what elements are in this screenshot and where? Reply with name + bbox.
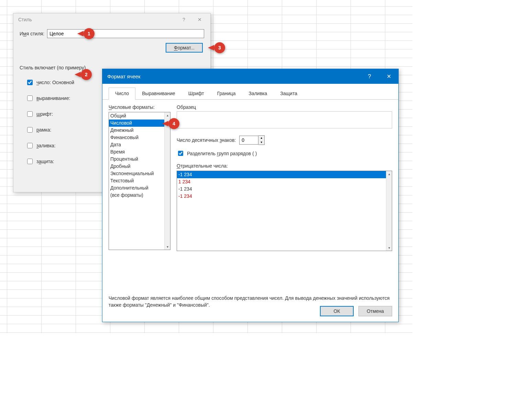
style-include-label: выравнивание: <box>36 95 70 101</box>
category-item[interactable]: Процентный <box>109 156 170 163</box>
category-item[interactable]: Время <box>109 148 170 156</box>
style-include-label: число: Основной <box>36 80 74 85</box>
format-title: Формат ячеек <box>107 73 360 79</box>
style-include-checkbox[interactable] <box>27 159 33 164</box>
category-label: Числовые форматы: <box>109 104 170 110</box>
negative-item[interactable]: -1 234 <box>177 193 392 200</box>
spinner-up-icon[interactable]: ▲ <box>258 136 264 140</box>
tab-защита[interactable]: Защита <box>274 88 304 100</box>
style-name-label: Имя стиля: <box>20 31 47 36</box>
category-item[interactable]: Финансовый <box>109 134 170 141</box>
spinner-down-icon[interactable]: ▼ <box>258 140 264 145</box>
format-button[interactable]: Формат... <box>166 43 203 53</box>
negative-item[interactable]: -1 234 <box>177 171 392 178</box>
format-tabs: ЧислоВыравниваниеШрифтГраницаЗаливкаЗащи… <box>102 84 398 100</box>
negative-numbers-list[interactable]: -1 2341 234-1 234-1 234 ▴ ▾ <box>177 171 392 251</box>
category-item[interactable]: Общий <box>109 112 170 120</box>
negative-numbers-label: Отрицательные числа: <box>177 163 392 169</box>
format-cells-dialog: Формат ячеек ? ✕ ЧислоВыравниваниеШрифтГ… <box>102 69 399 322</box>
format-titlebar[interactable]: Формат ячеек ? ✕ <box>102 69 398 84</box>
help-icon[interactable]: ? <box>176 14 192 25</box>
sample-box <box>177 111 392 128</box>
category-item[interactable]: (все форматы) <box>109 192 170 199</box>
style-titlebar[interactable]: Стиль ? ✕ <box>13 13 210 26</box>
tab-шрифт[interactable]: Шрифт <box>182 88 211 100</box>
scrollbar[interactable]: ▴ ▾ <box>164 112 170 250</box>
tab-заливка[interactable]: Заливка <box>242 88 274 100</box>
style-include-checkbox[interactable] <box>27 127 33 133</box>
style-include-label: защита: <box>36 159 54 164</box>
style-include-label: рамка: <box>36 127 51 133</box>
category-item[interactable]: Денежный <box>109 127 170 134</box>
scroll-up-icon[interactable]: ▴ <box>386 171 392 177</box>
scroll-down-icon[interactable]: ▾ <box>165 244 170 250</box>
category-item[interactable]: Экспоненциальный <box>109 170 170 177</box>
style-include-checkbox[interactable] <box>27 143 33 148</box>
category-item[interactable]: Дробный <box>109 163 170 170</box>
tab-число[interactable]: Число <box>109 88 135 100</box>
category-item[interactable]: Дополнительный <box>109 184 170 192</box>
decimal-places-input[interactable] <box>239 136 258 145</box>
close-icon[interactable]: ✕ <box>192 14 208 25</box>
callout-2: 2 <box>75 69 92 80</box>
thousands-separator-label[interactable]: Разделитель групп разрядов ( ) <box>187 151 257 156</box>
thousands-separator-checkbox[interactable] <box>178 151 183 156</box>
style-name-input[interactable] <box>47 29 204 38</box>
category-item[interactable]: Числовой <box>109 120 170 127</box>
close-icon[interactable]: ✕ <box>379 69 398 84</box>
callout-3: 3 <box>208 42 225 53</box>
scrollbar[interactable]: ▴ ▾ <box>386 171 392 251</box>
style-include-label: заливка: <box>36 143 56 148</box>
help-icon[interactable]: ? <box>360 69 379 84</box>
decimal-places-spinner[interactable]: ▲ ▼ <box>239 135 265 145</box>
sample-label: Образец <box>177 104 392 110</box>
tab-граница[interactable]: Граница <box>211 88 242 100</box>
decimal-places-label: Число десятичных знаков: <box>177 137 236 143</box>
callout-4: 4 <box>162 118 179 129</box>
scroll-down-icon[interactable]: ▾ <box>386 245 392 251</box>
style-include-checkbox[interactable] <box>27 80 33 85</box>
style-include-label: шрифт: <box>36 111 53 117</box>
negative-item[interactable]: 1 234 <box>177 178 392 185</box>
style-title: Стиль <box>18 17 176 22</box>
style-include-checkbox[interactable] <box>27 95 33 101</box>
category-item[interactable]: Текстовый <box>109 177 170 184</box>
callout-1: 1 <box>77 28 95 39</box>
style-include-checkbox[interactable] <box>27 111 33 117</box>
cancel-button[interactable]: Отмена <box>358 306 392 316</box>
scroll-up-icon[interactable]: ▴ <box>165 112 170 118</box>
ok-button[interactable]: ОК <box>320 306 354 316</box>
category-list[interactable]: ОбщийЧисловойДенежныйФинансовыйДатаВремя… <box>109 112 170 250</box>
negative-item[interactable]: -1 234 <box>177 185 392 193</box>
tab-выравнивание[interactable]: Выравнивание <box>135 88 181 100</box>
category-item[interactable]: Дата <box>109 141 170 148</box>
